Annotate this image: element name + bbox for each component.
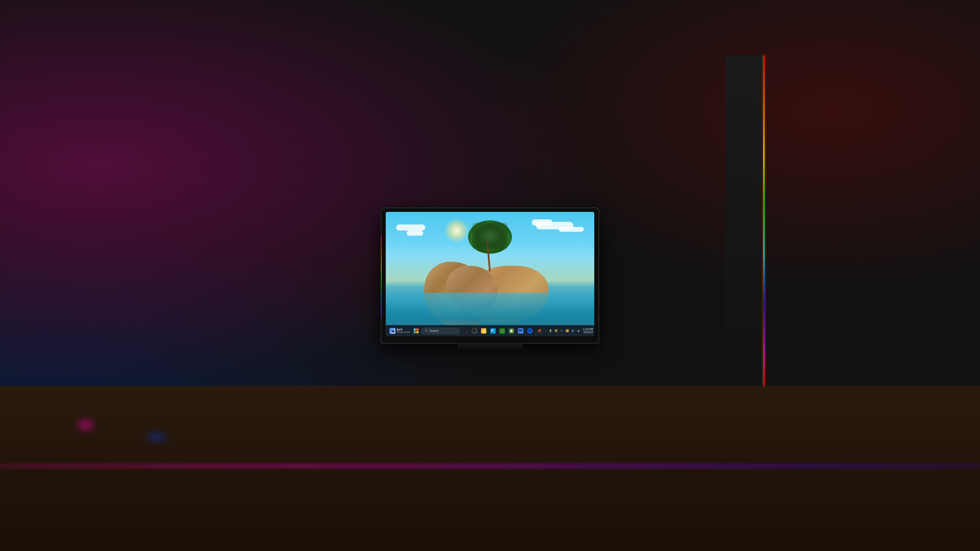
tree-foliage-2 (473, 222, 508, 249)
cloud-3 (532, 219, 553, 226)
system-tray: ^ 🔋 🦁 🛡 📶 🔊 🖥 (543, 328, 581, 333)
win-logo-q4 (416, 331, 418, 333)
cloud-5 (396, 224, 425, 231)
taskbar-app-inkscape[interactable]: 🖌 (461, 327, 469, 335)
taskbar-right: ^ 🔋 🦁 🛡 📶 🔊 🖥 1:23 PM 6/2/2024 (543, 328, 594, 334)
tray-brave-icon[interactable]: 🦁 (554, 328, 559, 333)
explorer-icon: 📁 (481, 328, 486, 333)
cloud-2 (559, 227, 584, 232)
wallpaper[interactable]: 🌤 81°F Mostly cloudy (386, 212, 594, 336)
win-logo-q1 (414, 329, 416, 331)
gallery-icon: 🖼 (472, 328, 477, 333)
xbox-icon: 🎮 (500, 328, 505, 333)
start-button[interactable] (412, 327, 420, 335)
sticky-icon: 📌 (536, 328, 542, 333)
weather-text: 81°F Mostly cloudy (397, 328, 410, 333)
tree (468, 227, 512, 272)
taskbar-app-app1[interactable]: 📋 (507, 327, 515, 335)
tray-shield-icon[interactable]: 🛡 (559, 328, 564, 333)
rgb-strip-left (381, 235, 382, 316)
screen: 🌤 81°F Mostly cloudy (386, 212, 594, 336)
taskbar: 🌤 81°F Mostly cloudy (386, 325, 594, 336)
weather-condition: Mostly cloudy (397, 331, 410, 333)
sun (444, 218, 469, 243)
rgb-strip-tower (764, 55, 764, 386)
inkscape-icon: 🖌 (463, 328, 468, 333)
weather-widget[interactable]: 🌤 81°F Mostly cloudy (388, 327, 412, 335)
taskbar-app-gallery[interactable]: 🖼 (470, 327, 479, 335)
tray-battery-icon[interactable]: 🔋 (548, 328, 553, 333)
svg-line-1 (427, 331, 428, 332)
windows-logo (414, 329, 418, 333)
clock-date: 6/2/2024 (584, 331, 593, 334)
weather-emoji: 🌤 (391, 329, 394, 333)
tray-wifi-icon[interactable]: 📶 (565, 328, 570, 333)
desk-ambient-glow (0, 464, 980, 468)
taskbar-left: 🌤 81°F Mostly cloudy (388, 327, 412, 335)
taskbar-app-maps[interactable]: 🗺 (517, 327, 525, 335)
monitor: 🌤 81°F Mostly cloudy (380, 207, 599, 344)
monitor-stand (457, 343, 523, 349)
search-label: Search (430, 329, 439, 333)
clock-time: 1:23 PM (583, 328, 593, 331)
maps-icon: 🗺 (518, 328, 523, 333)
app1-icon: 📋 (509, 328, 514, 333)
rgb-glow-pink (78, 420, 93, 430)
taskbar-app-edge[interactable]: 🌊 (489, 327, 497, 335)
cloud-4 (407, 230, 423, 235)
circle-app-icon: ⚙ (527, 328, 533, 333)
monitor-bezel: 🌤 81°F Mostly cloudy (380, 207, 599, 344)
taskbar-app-explorer[interactable]: 📁 (480, 327, 488, 335)
win-logo-q3 (414, 331, 416, 333)
tray-display-icon[interactable]: 🖥 (576, 328, 581, 333)
tray-expand-button[interactable]: ^ (543, 329, 547, 333)
taskbar-app-xbox[interactable]: 🎮 (498, 327, 506, 335)
tray-volume-icon[interactable]: 🔊 (570, 328, 576, 333)
rgb-tower (725, 55, 764, 386)
taskbar-app-circle[interactable]: ⚙ (526, 327, 534, 335)
clock-area[interactable]: 1:23 PM 6/2/2024 (582, 328, 594, 334)
edge-icon: 🌊 (490, 328, 496, 333)
weather-icon: 🌤 (390, 328, 395, 334)
win-logo-q2 (416, 329, 418, 331)
search-bar[interactable]: Search (421, 328, 460, 334)
search-icon (425, 329, 428, 332)
taskbar-app-sticky[interactable]: 📌 (535, 327, 543, 335)
taskbar-center: Search 🖌 🖼 📁 🌊 (412, 327, 543, 335)
